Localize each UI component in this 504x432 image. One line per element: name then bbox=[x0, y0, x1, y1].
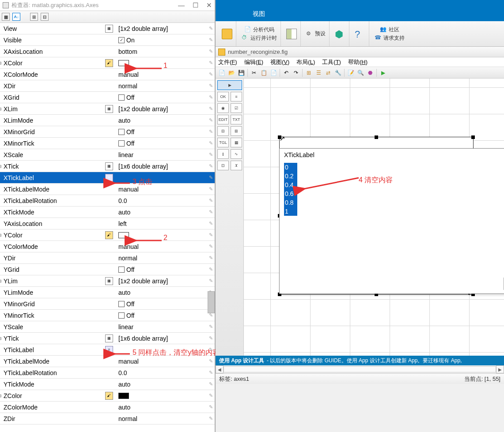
edit-pencil-icon[interactable]: ✎ bbox=[209, 71, 213, 77]
palette-tool[interactable]: TGL bbox=[217, 138, 229, 147]
edit-pencil-icon[interactable]: ✎ bbox=[209, 186, 213, 192]
ribbon-tab-view[interactable]: 视图 bbox=[242, 7, 276, 21]
scroll-left-button[interactable]: ◀ bbox=[216, 365, 224, 373]
property-editor-button[interactable]: ▦ bbox=[102, 277, 117, 285]
edit-pencil-icon[interactable]: ✎ bbox=[209, 324, 213, 330]
property-editor-button[interactable]: ▦ bbox=[102, 162, 117, 170]
palette-tool[interactable]: ▶ bbox=[217, 80, 242, 90]
property-row[interactable]: ✎ZColorModeauto bbox=[0, 402, 215, 413]
cell-list-item[interactable]: 0.2 bbox=[284, 172, 297, 180]
sort-button[interactable]: A↓ bbox=[12, 13, 20, 21]
edit-pencil-icon[interactable]: ✎ bbox=[209, 175, 213, 180]
edit-pencil-icon[interactable]: ✎ bbox=[209, 416, 213, 421]
property-value[interactable]: normal bbox=[117, 255, 215, 262]
property-value[interactable]: auto bbox=[117, 117, 215, 124]
palette-tool[interactable]: 𝑿 bbox=[231, 161, 242, 170]
new-icon[interactable]: 📄 bbox=[217, 68, 226, 77]
undo-icon[interactable]: ↶ bbox=[282, 68, 291, 77]
editor-icon[interactable]: 📝 bbox=[346, 68, 355, 77]
property-row[interactable]: ✎XTickLabelRotation0.0 bbox=[0, 195, 215, 207]
cell-list-item[interactable]: 1 bbox=[284, 207, 297, 216]
edit-pencil-icon[interactable]: ✎ bbox=[209, 381, 213, 387]
edit-pencil-icon[interactable]: ✎ bbox=[209, 267, 213, 272]
minimize-button[interactable]: — bbox=[178, 1, 185, 9]
edit-pencil-icon[interactable]: ✎ bbox=[209, 49, 213, 54]
selection-handle[interactable] bbox=[375, 135, 378, 139]
edit-pencil-icon[interactable]: ✎ bbox=[209, 232, 213, 238]
property-row[interactable]: ✎XColorModemanual bbox=[0, 69, 215, 80]
save-icon[interactable]: 💾 bbox=[237, 68, 246, 77]
property-value[interactable]: manual bbox=[117, 358, 215, 365]
property-editor-button[interactable]: ▦ bbox=[102, 105, 117, 113]
edit-pencil-icon[interactable]: ✎ bbox=[209, 278, 213, 284]
edit-pencil-icon[interactable]: ✎ bbox=[209, 209, 213, 215]
edit-pencil-icon[interactable]: ✎ bbox=[209, 26, 213, 31]
menu-item[interactable]: 文件(F) bbox=[218, 58, 237, 66]
edit-pencil-icon[interactable]: ✎ bbox=[209, 370, 213, 376]
cell-list-item[interactable]: 0.8 bbox=[284, 198, 297, 207]
property-value[interactable]: auto bbox=[117, 381, 215, 388]
selection-handle[interactable] bbox=[278, 135, 281, 139]
property-value[interactable]: auto bbox=[117, 209, 215, 216]
property-row[interactable]: ✎YColorModemanual bbox=[0, 241, 215, 252]
property-value[interactable]: left bbox=[117, 220, 215, 227]
property-value[interactable]: [1x2 double array] bbox=[117, 105, 215, 113]
design-canvas[interactable]: ↘ ↘ XTickLabel 00.20.40.60.81 确定 4 清空内容 bbox=[244, 79, 504, 356]
property-value[interactable]: auto bbox=[117, 404, 215, 411]
palette-tool[interactable]: TXT bbox=[231, 115, 242, 124]
property-row[interactable]: ✎YTickModeauto bbox=[0, 379, 215, 390]
edit-pencil-icon[interactable]: ✎ bbox=[209, 83, 213, 89]
property-row[interactable]: ✎XGrid Off bbox=[0, 92, 215, 103]
edit-pencil-icon[interactable]: ✎ bbox=[209, 358, 213, 364]
property-icon[interactable]: 🔍 bbox=[356, 68, 365, 77]
property-row[interactable]: ✎XMinorGrid Off bbox=[0, 126, 215, 138]
property-value[interactable]: linear bbox=[117, 323, 215, 331]
help-icon[interactable]: ? bbox=[355, 29, 365, 39]
property-editor-button[interactable]: 🖌 bbox=[102, 392, 117, 400]
property-row[interactable]: ✎YScalelinear bbox=[0, 321, 215, 333]
menu-item[interactable]: 布局(L) bbox=[296, 58, 315, 66]
property-value[interactable]: Off bbox=[117, 94, 215, 101]
ungroup-button[interactable]: ⊟ bbox=[41, 13, 49, 21]
property-value[interactable] bbox=[117, 232, 215, 238]
property-row[interactable]: ✎YTickLabelRotation0.0 bbox=[0, 367, 215, 379]
palette-tool[interactable]: ⫿ bbox=[217, 149, 229, 159]
property-value[interactable]: normal bbox=[117, 415, 215, 422]
edit-pencil-icon[interactable]: ✎ bbox=[209, 244, 213, 249]
menu-item[interactable]: 工具(T) bbox=[322, 58, 341, 66]
property-row[interactable]: ✎YMinorGrid Off bbox=[0, 298, 215, 310]
edit-pencil-icon[interactable]: ✎ bbox=[209, 106, 213, 112]
property-editor-button[interactable]: 🖌 bbox=[102, 231, 117, 239]
property-row[interactable]: ✎⊞XTick▦[1x6 double array] bbox=[0, 161, 215, 172]
property-row[interactable]: ✎XAxisLocationbottom bbox=[0, 46, 215, 57]
edit-pencil-icon[interactable]: ✎ bbox=[209, 117, 213, 123]
edit-pencil-icon[interactable]: ✎ bbox=[209, 347, 213, 353]
property-list[interactable]: ✎View▦[1x2 double array]✎Visible On✎XAxi… bbox=[0, 23, 215, 432]
property-value[interactable]: bottom bbox=[117, 48, 215, 55]
property-row[interactable]: ✎YGrid Off bbox=[0, 264, 215, 275]
edit-pencil-icon[interactable]: ✎ bbox=[209, 163, 213, 169]
menu-item[interactable]: 视图(V) bbox=[270, 58, 289, 66]
property-value[interactable]: linear bbox=[117, 151, 215, 158]
property-row[interactable]: ✎XScalelinear bbox=[0, 149, 215, 161]
property-row[interactable]: ✎⊞XColor🖌 bbox=[0, 57, 215, 69]
scrollbar-thumb[interactable] bbox=[208, 291, 215, 313]
edit-pencil-icon[interactable]: ✎ bbox=[209, 140, 213, 146]
edit-pencil-icon[interactable]: ✎ bbox=[209, 393, 213, 398]
community-button[interactable]: 👥社区 bbox=[380, 26, 399, 34]
edit-pencil-icon[interactable]: ✎ bbox=[209, 255, 213, 261]
migration-banner[interactable]: 使用 App 设计工具 - 以后的版本中将会删除 GUIDE。使用 App 设计… bbox=[216, 356, 504, 365]
align-icon[interactable]: ⊞ bbox=[304, 68, 313, 77]
property-value[interactable]: manual bbox=[117, 243, 215, 250]
property-row[interactable]: ✎YTickLabelModemanual bbox=[0, 356, 215, 367]
property-value[interactable]: [1x6 double array] bbox=[117, 163, 215, 170]
property-editor-button[interactable]: ▦ bbox=[102, 25, 117, 33]
property-editor-button[interactable]: ≡ bbox=[102, 346, 117, 354]
menu-item[interactable]: 编辑(E) bbox=[244, 58, 263, 66]
property-value[interactable] bbox=[117, 60, 215, 66]
property-row[interactable]: ✎ZDirnormal bbox=[0, 413, 215, 424]
toolbar-editor-icon[interactable]: 🔧 bbox=[333, 68, 342, 77]
property-value[interactable]: Off bbox=[117, 140, 215, 147]
redo-icon[interactable]: ↷ bbox=[292, 68, 300, 77]
palette-tool[interactable]: ≡ bbox=[231, 92, 242, 101]
